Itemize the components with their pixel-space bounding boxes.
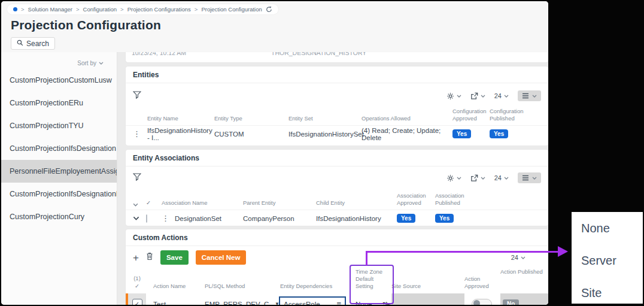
chevron-down-icon	[532, 177, 537, 180]
row-checkbox[interactable]	[146, 215, 162, 222]
add-row-icon[interactable]: +	[133, 253, 139, 263]
custom-actions-card: Custom Actions + Save Cancel New 24	[126, 229, 548, 305]
action-published-cell: No	[500, 293, 548, 305]
chevron-down-icon	[457, 177, 461, 180]
page-title: Projection Configuration	[11, 18, 161, 32]
sort-by-label: Sort by	[77, 60, 96, 66]
breadcrumb: > Solution Manager > Configuration > Pro…	[7, 4, 278, 14]
breadcrumb-separator: >	[195, 6, 198, 13]
col-timezone-default-setting: Time Zone Default Setting	[348, 268, 391, 290]
configuration-published-badge: Yes	[490, 129, 508, 138]
associations-toolbar: 24	[126, 166, 548, 189]
delete-icon[interactable]	[146, 252, 153, 263]
filter-icon[interactable]	[133, 90, 141, 101]
checkbox-checked-icon: ✓	[132, 299, 142, 305]
export-dropdown[interactable]	[470, 174, 485, 182]
page-size-dropdown[interactable]: 24	[494, 174, 509, 181]
breadcrumb-projection-configuration[interactable]: Projection Configuration	[201, 6, 262, 13]
parent-entity-cell: CompanyPerson	[243, 215, 316, 222]
export-icon	[470, 174, 478, 182]
association-approved-badge: Yes	[397, 214, 415, 223]
search-button[interactable]: Search	[11, 37, 55, 50]
annotation-arrow-icon	[558, 246, 568, 257]
col-association-name: Association Name	[162, 199, 243, 207]
entities-header-row: Entity Name Entity Type Entity Set Opera…	[126, 108, 548, 125]
collapse-all-icon[interactable]	[133, 203, 146, 207]
save-button[interactable]: Save	[160, 250, 189, 265]
select-all-checkmark-icon[interactable]: ✓	[135, 283, 139, 290]
export-dropdown[interactable]	[470, 92, 485, 100]
refresh-icon[interactable]	[266, 6, 272, 13]
col-entity-type: Entity Type	[214, 115, 288, 122]
chevron-down-icon	[481, 95, 485, 98]
col-action-published: Action Published	[500, 268, 548, 290]
entity-name-cell: IfsDesignationHistory - I...	[147, 127, 214, 141]
custom-actions-table-row[interactable]: ✓ Test EMP_PERS_DEV_C... ▼ AccessRole ≡	[126, 293, 548, 305]
view-mode-dropdown[interactable]	[518, 90, 541, 101]
filter-icon[interactable]	[133, 172, 141, 183]
plsql-method-select[interactable]: EMP_PERS_DEV_C... ▼	[205, 301, 273, 305]
app-dot-icon	[13, 7, 17, 11]
col-association-approved: Association Approved	[397, 192, 435, 207]
col-site-source: Site Source	[391, 268, 464, 290]
search-icon	[17, 40, 23, 48]
breadcrumb-configuration[interactable]: Configuration	[83, 6, 117, 13]
action-approved-toggle[interactable]	[472, 299, 492, 305]
entities-table-row[interactable]: ⋮ IfsDesignationHistory - I... CUSTOM If…	[126, 125, 548, 142]
select-all-checkmark-icon[interactable]: ✓	[146, 199, 162, 207]
sidebar-item-customprojectionifsdesignation[interactable]: CustomProjectionIfsDesignation	[1, 137, 117, 160]
page-size-value: 24	[494, 92, 502, 99]
expand-row-icon[interactable]	[133, 216, 146, 220]
associations-table-row[interactable]: ⋮ DesignationSet CompanyPerson IfsDesign…	[126, 210, 548, 226]
settings-dropdown[interactable]	[446, 92, 461, 100]
sidebar-item-customprojectioneru[interactable]: CustomProjectionERu	[1, 92, 117, 114]
cancel-new-button[interactable]: Cancel New	[196, 250, 247, 265]
action-name-cell[interactable]: Test	[146, 301, 205, 305]
timezone-option-site[interactable]: Site	[572, 277, 643, 306]
breadcrumb-solution-manager[interactable]: Solution Manager	[28, 6, 72, 13]
gear-icon	[446, 92, 454, 100]
settings-dropdown[interactable]	[446, 174, 461, 182]
sidebar-item-customprojectionifsdesignationhisto[interactable]: CustomProjectionIfsDesignationHisto	[1, 183, 117, 205]
child-entity-cell: IfsDesignationHistory	[316, 215, 397, 222]
page-size-value: 24	[511, 254, 518, 261]
sidebar-item-customprojectiontyu[interactable]: CustomProjectionTYU	[1, 114, 117, 137]
app-window: > Solution Manager > Configuration > Pro…	[1, 1, 548, 305]
kebab-menu-icon[interactable]: ⋮	[133, 129, 147, 138]
timezone-option-none[interactable]: None	[572, 212, 643, 244]
sidebar-item-customprojectioncury[interactable]: CustomProjectionCury	[1, 205, 117, 228]
screenshot-stage: > Solution Manager > Configuration > Pro…	[0, 0, 644, 306]
entities-toolbar: 24	[126, 83, 548, 108]
row-checkbox[interactable]: ✓	[126, 293, 146, 305]
sidebar: Sort by CustomProjectionCustomLusw Custo…	[1, 52, 117, 305]
col-action-approved: Action Approved	[464, 275, 500, 290]
breadcrumb-projection-configurations[interactable]: Projection Configurations	[127, 6, 191, 13]
list-select-icon[interactable]: ≡	[336, 299, 341, 305]
sort-by-control[interactable]: Sort by	[1, 57, 117, 69]
col-action-name: Action Name	[146, 283, 205, 290]
col-configuration-published: Configuration Published	[490, 108, 531, 122]
view-mode-dropdown[interactable]	[518, 172, 541, 183]
timezone-default-setting-select[interactable]: None ▾	[348, 298, 391, 305]
custom-actions-title: Custom Actions	[126, 229, 548, 246]
page-size-dropdown[interactable]: 24	[511, 254, 525, 261]
breadcrumb-separator: >	[76, 6, 80, 13]
chevron-down-icon	[521, 256, 525, 259]
col-parent-entity: Parent Entity	[243, 199, 316, 207]
timezone-option-server[interactable]: Server	[572, 244, 643, 277]
custom-actions-toolbar: + Save Cancel New 24	[126, 246, 548, 268]
chevron-down-icon	[532, 95, 537, 98]
selection-count: (1) ✓	[126, 275, 146, 290]
entity-associations-title: Entity Associations	[126, 150, 548, 166]
col-association-published: Association Published	[435, 192, 477, 207]
kebab-menu-icon[interactable]: ⋮	[162, 214, 175, 223]
export-icon	[470, 92, 478, 100]
entities-title: Entities	[126, 66, 548, 83]
association-name-cell: DesignationSet	[175, 215, 243, 222]
entity-dependencies-field[interactable]: AccessRole ≡	[279, 296, 346, 305]
sidebar-item-personnelfileemployementassignme[interactable]: PersonnelFileEmployementAssignme	[1, 160, 117, 183]
col-plsql-method: PL/SQL Method	[205, 283, 273, 290]
sidebar-item-customprojectioncustomlusw[interactable]: CustomProjectionCustomLusw	[1, 69, 117, 92]
page-size-dropdown[interactable]: 24	[494, 92, 509, 99]
col-configuration-approved: Configuration Approved	[452, 108, 490, 122]
